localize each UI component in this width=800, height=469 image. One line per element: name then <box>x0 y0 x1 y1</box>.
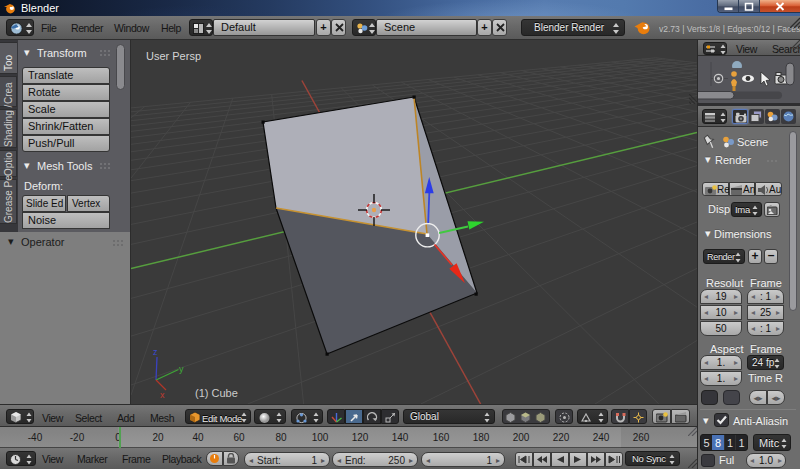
svg-text:y: y <box>179 364 184 374</box>
svg-text:x: x <box>160 390 165 400</box>
svg-text:z: z <box>153 347 158 357</box>
